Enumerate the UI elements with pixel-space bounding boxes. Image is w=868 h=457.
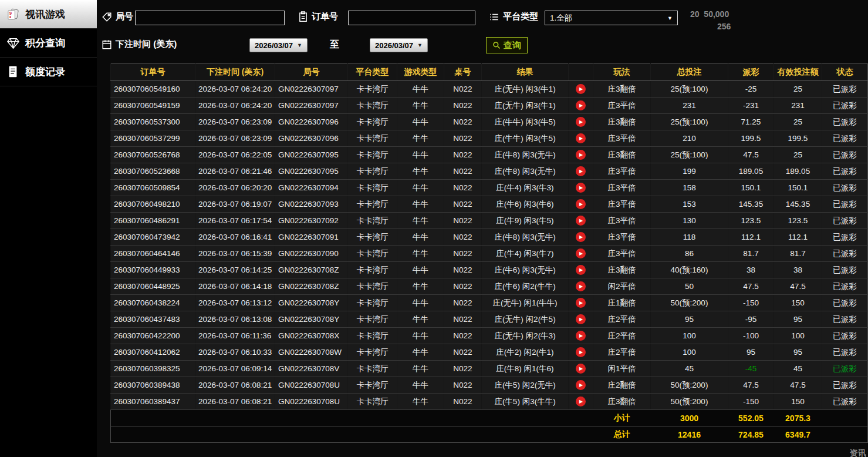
total-label: 总计 <box>593 426 651 443</box>
cell-platform: 卡卡湾厅 <box>348 262 397 278</box>
cell-valid: 100 <box>774 328 822 344</box>
cell-time: 2026-03-07 06:24:20 <box>195 81 275 98</box>
cell-table_no: N022 <box>444 344 482 361</box>
replay-button[interactable]: ▶ <box>576 298 586 308</box>
table-row[interactable]: 2603070604982102026-03-07 06:19:07GN0222… <box>111 196 868 213</box>
round-number-input[interactable] <box>135 11 285 25</box>
sidebar-item-points-query[interactable]: 积分查询 <box>0 29 97 58</box>
replay-button[interactable]: ▶ <box>576 281 586 291</box>
cell-table_no: N022 <box>444 295 482 311</box>
search-button[interactable]: 查询 <box>486 37 528 53</box>
date-to-select[interactable]: 2026/03/07 ▼ <box>370 38 428 52</box>
table-row[interactable]: 2603070605373002026-03-07 06:23:09GN0222… <box>111 114 868 130</box>
table-row[interactable]: 2603070604222002026-03-07 06:11:36GN0222… <box>111 328 868 344</box>
replay-button[interactable]: ▶ <box>576 133 586 143</box>
cell-status: 已派彩 <box>822 361 868 377</box>
cell-bet: 95 <box>651 311 728 328</box>
replay-button[interactable]: ▶ <box>576 117 586 127</box>
replay-cell: ▶ <box>569 278 593 295</box>
replay-cell: ▶ <box>569 163 593 180</box>
cell-status: 已派彩 <box>822 344 868 361</box>
cell-platform: 卡卡湾厅 <box>348 394 397 410</box>
table-row[interactable]: 2603070603894382026-03-07 06:08:21GN0222… <box>111 377 868 394</box>
replay-button[interactable]: ▶ <box>576 380 586 390</box>
cell-status: 已派彩 <box>822 213 868 229</box>
cell-payout: -150 <box>728 295 774 311</box>
sidebar-item-quota-records[interactable]: 额度记录 <box>0 58 97 86</box>
cell-payout: 47.5 <box>728 377 774 394</box>
table-row[interactable]: 2603070604739422026-03-07 06:16:41GN0222… <box>111 229 868 246</box>
table-row[interactable]: 2603070604374832026-03-07 06:13:08GN0222… <box>111 311 868 328</box>
cell-round: GN0222630708V <box>275 361 348 377</box>
cell-round: GN0222630708Y <box>275 311 348 328</box>
table-row[interactable]: 2603070605236682026-03-07 06:21:46GN0222… <box>111 163 868 180</box>
cell-result: 庄(牛8) 闲3(无牛) <box>482 229 569 246</box>
date-to-value: 2026/03/07 <box>375 41 413 50</box>
cell-order: 260307060523668 <box>111 163 195 180</box>
table-row[interactable]: 2603070604120622026-03-07 06:10:33GN0222… <box>111 344 868 361</box>
cell-payout: 47.5 <box>728 147 774 163</box>
replay-button[interactable]: ▶ <box>576 84 586 94</box>
cell-round: GN0222630708W <box>275 344 348 361</box>
table-row[interactable]: 2603070603983252026-03-07 06:09:14GN0222… <box>111 361 868 377</box>
cell-play: 庄3翻倍 <box>593 262 651 278</box>
replay-button[interactable]: ▶ <box>576 183 586 193</box>
cell-valid: 47.5 <box>774 377 822 394</box>
replay-button[interactable]: ▶ <box>576 396 586 406</box>
table-row[interactable]: 2603070604862912026-03-07 06:17:54GN0222… <box>111 213 868 229</box>
replay-button[interactable]: ▶ <box>576 216 586 226</box>
cell-platform: 卡卡湾厅 <box>348 246 397 262</box>
replay-button[interactable]: ▶ <box>576 248 586 258</box>
replay-cell: ▶ <box>569 229 593 246</box>
cell-bet: 45 <box>651 361 728 377</box>
subtotal-bet: 3000 <box>651 410 728 426</box>
cell-round: GN02226307094 <box>275 180 348 196</box>
column-header: 派彩 <box>728 64 774 81</box>
table-row[interactable]: 2603070604489252026-03-07 06:14:18GN0222… <box>111 278 868 295</box>
replay-cell: ▶ <box>569 262 593 278</box>
cell-result: 庄(无牛) 闲2(牛3) <box>482 328 569 344</box>
replay-button[interactable]: ▶ <box>576 150 586 160</box>
cell-round: GN02226307091 <box>275 229 348 246</box>
sidebar: 9 ♦ 视讯游戏 积分查询 额度记录 <box>0 0 97 457</box>
table-row[interactable]: 2603070605491602026-03-07 06:24:20GN0222… <box>111 81 868 98</box>
replay-button[interactable]: ▶ <box>576 364 586 374</box>
table-row[interactable]: 2603070605491592026-03-07 06:24:20GN0222… <box>111 98 868 114</box>
replay-button[interactable]: ▶ <box>576 232 586 242</box>
replay-button[interactable]: ▶ <box>576 166 586 176</box>
cell-table_no: N022 <box>444 361 482 377</box>
cell-platform: 卡卡湾厅 <box>348 147 397 163</box>
replay-button[interactable]: ▶ <box>576 100 586 110</box>
cell-round: GN0222630708Z <box>275 278 348 295</box>
cell-round: GN02226307093 <box>275 196 348 213</box>
table-header-row: 订单号下注时间 (美东)局号平台类型游戏类型桌号结果玩法总投注派彩有效投注额状态 <box>111 64 868 81</box>
platform-type-select[interactable]: 1.全部 ▼ <box>545 11 678 25</box>
cell-bet: 50(预:200) <box>651 295 728 311</box>
replay-button[interactable]: ▶ <box>576 314 586 324</box>
replay-button[interactable]: ▶ <box>576 331 586 341</box>
cell-table_no: N022 <box>444 114 482 130</box>
date-from-select[interactable]: 2026/03/07 ▼ <box>249 38 308 52</box>
cell-platform: 卡卡湾厅 <box>348 114 397 130</box>
cell-status: 已派彩 <box>822 262 868 278</box>
table-row[interactable]: 2603070605098542026-03-07 06:20:20GN0222… <box>111 180 868 196</box>
replay-button[interactable]: ▶ <box>576 199 586 209</box>
cell-valid: 112.1 <box>774 229 822 246</box>
cell-valid: 150 <box>774 394 822 410</box>
replay-cell: ▶ <box>569 147 593 163</box>
cell-result: 庄(牛9) 闲3(牛5) <box>482 213 569 229</box>
order-number-input[interactable] <box>348 11 475 25</box>
table-row[interactable]: 2603070605372992026-03-07 06:23:09GN0222… <box>111 130 868 147</box>
table-row[interactable]: 2603070604499332026-03-07 06:14:25GN0222… <box>111 262 868 278</box>
cell-play: 庄3翻倍 <box>593 147 651 163</box>
replay-cell: ▶ <box>569 114 593 130</box>
replay-button[interactable]: ▶ <box>576 265 586 275</box>
replay-button[interactable]: ▶ <box>576 347 586 357</box>
table-row[interactable]: 2603070603894372026-03-07 06:08:21GN0222… <box>111 394 868 410</box>
tag-icon <box>102 12 112 22</box>
table-row[interactable]: 2603070605267682026-03-07 06:22:05GN0222… <box>111 147 868 163</box>
sidebar-item-video-games[interactable]: 9 ♦ 视讯游戏 <box>0 0 97 29</box>
cell-valid: 123.5 <box>774 213 822 229</box>
table-row[interactable]: 2603070604382242026-03-07 06:13:12GN0222… <box>111 295 868 311</box>
table-row[interactable]: 2603070604641462026-03-07 06:15:39GN0222… <box>111 246 868 262</box>
